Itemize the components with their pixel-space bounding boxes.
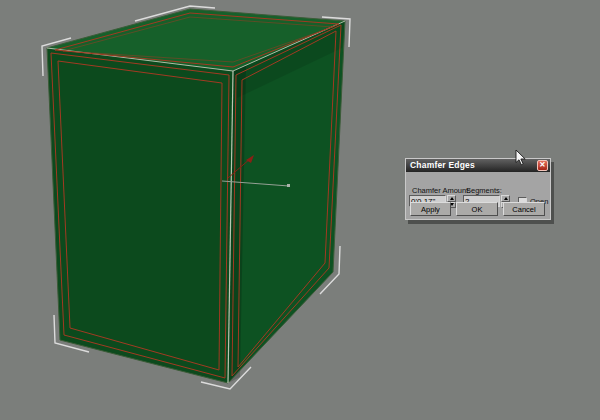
triangle-up-icon — [504, 197, 508, 200]
triangle-up-icon — [450, 197, 454, 200]
mouse-cursor-icon — [515, 149, 529, 168]
ok-button[interactable]: OK — [456, 202, 498, 216]
dialog-body: Chamfer Amount: Segments: Open Apply OK … — [406, 172, 550, 219]
gizmo-gray-axis-tip — [287, 184, 290, 187]
dialog-title: Chamfer Edges — [410, 159, 475, 172]
close-icon[interactable]: ✕ — [537, 160, 548, 171]
chamfer-edges-dialog: Chamfer Edges ✕ Chamfer Amount: Segments… — [405, 158, 551, 220]
apply-button[interactable]: Apply — [410, 202, 451, 216]
cancel-button[interactable]: Cancel — [503, 202, 545, 216]
box-front-face[interactable] — [47, 48, 233, 383]
segments-label: Segments: — [466, 186, 502, 195]
chamfer-amount-label: Chamfer Amount: — [412, 186, 470, 195]
